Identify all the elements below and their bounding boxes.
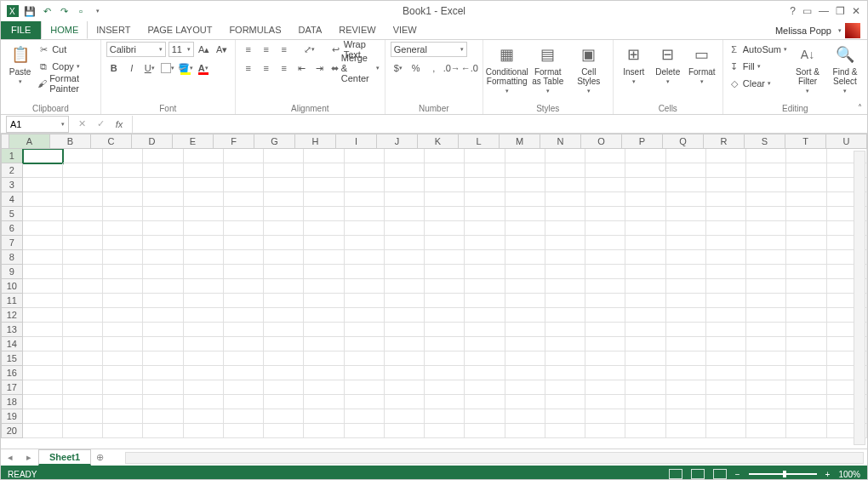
cell[interactable] (304, 192, 344, 207)
cell[interactable] (143, 323, 183, 337)
column-header[interactable]: T (785, 134, 826, 149)
cell[interactable] (585, 178, 625, 192)
insert-cells-button[interactable]: ⊞Insert▾ (619, 42, 649, 85)
cell[interactable] (63, 163, 103, 178)
cell[interactable] (746, 424, 786, 438)
cell[interactable] (23, 221, 63, 236)
cell[interactable] (385, 265, 425, 279)
cell[interactable] (625, 149, 665, 163)
cell[interactable] (345, 250, 385, 265)
cell[interactable] (184, 308, 224, 323)
cell[interactable] (625, 250, 665, 265)
cell[interactable] (585, 395, 625, 409)
cell[interactable] (746, 380, 786, 395)
cell[interactable] (545, 294, 585, 308)
cell[interactable] (184, 323, 224, 337)
cell[interactable] (345, 236, 385, 250)
cell[interactable] (224, 337, 264, 351)
cell[interactable] (385, 366, 425, 380)
cell[interactable] (625, 265, 665, 279)
cell[interactable] (345, 351, 385, 366)
cell[interactable] (465, 207, 505, 221)
row-header[interactable]: 1 (1, 149, 23, 163)
cell[interactable] (345, 294, 385, 308)
cell[interactable] (746, 395, 786, 409)
cell[interactable] (264, 337, 304, 351)
fill-color-button[interactable]: 🪣▾ (178, 60, 193, 76)
cell[interactable] (545, 308, 585, 323)
bold-button[interactable]: B (106, 60, 122, 76)
cell[interactable] (143, 351, 183, 366)
cell[interactable] (103, 163, 143, 178)
cell[interactable] (746, 366, 786, 380)
cell[interactable] (224, 265, 264, 279)
cell[interactable] (63, 380, 103, 395)
cell[interactable] (304, 323, 344, 337)
cell[interactable] (264, 308, 304, 323)
cell[interactable] (505, 395, 545, 409)
tab-review[interactable]: REVIEW (330, 20, 384, 39)
cell[interactable] (505, 221, 545, 236)
cell[interactable] (746, 323, 786, 337)
column-header[interactable]: G (254, 134, 295, 149)
cell[interactable] (666, 323, 706, 337)
cell[interactable] (143, 337, 183, 351)
cell[interactable] (746, 294, 786, 308)
cell[interactable] (224, 192, 264, 207)
cell[interactable] (304, 308, 344, 323)
cell[interactable] (345, 221, 385, 236)
cell[interactable] (746, 308, 786, 323)
cell[interactable] (23, 149, 63, 163)
cell[interactable] (23, 294, 63, 308)
cell[interactable] (786, 424, 826, 438)
cell[interactable] (706, 380, 746, 395)
cell[interactable] (385, 337, 425, 351)
cell[interactable] (505, 409, 545, 424)
cell[interactable] (264, 294, 304, 308)
cell[interactable] (786, 395, 826, 409)
cell[interactable] (425, 236, 465, 250)
increase-indent-icon[interactable]: ⇥ (312, 60, 328, 76)
cell[interactable] (304, 424, 344, 438)
sheet-nav-prev-icon[interactable]: ◂ (1, 452, 20, 463)
cell[interactable] (385, 294, 425, 308)
cell[interactable] (666, 294, 706, 308)
cell[interactable] (264, 192, 304, 207)
cell[interactable] (505, 279, 545, 294)
column-header[interactable]: C (91, 134, 132, 149)
cell[interactable] (585, 366, 625, 380)
cell[interactable] (425, 380, 465, 395)
cell[interactable] (345, 424, 385, 438)
row-header[interactable]: 7 (1, 236, 23, 250)
cell[interactable] (666, 250, 706, 265)
cell[interactable] (746, 351, 786, 366)
cell[interactable] (304, 250, 344, 265)
cell[interactable] (23, 178, 63, 192)
cell[interactable] (184, 380, 224, 395)
cell[interactable] (63, 250, 103, 265)
column-header[interactable]: B (50, 134, 91, 149)
cell[interactable] (184, 178, 224, 192)
cell[interactable] (345, 207, 385, 221)
row-header[interactable]: 16 (1, 366, 23, 380)
cell[interactable] (103, 178, 143, 192)
cell[interactable] (746, 163, 786, 178)
cell[interactable] (103, 409, 143, 424)
row-header[interactable]: 9 (1, 265, 23, 279)
cell[interactable] (184, 424, 224, 438)
cell[interactable] (103, 221, 143, 236)
align-center-icon[interactable]: ≡ (259, 60, 274, 76)
cell[interactable] (706, 163, 746, 178)
format-as-table-button[interactable]: ▤Format as Table▾ (529, 42, 567, 94)
align-bottom-icon[interactable]: ≡ (277, 42, 292, 57)
cell[interactable] (103, 250, 143, 265)
cell[interactable] (264, 236, 304, 250)
cell[interactable] (103, 236, 143, 250)
autosum-button[interactable]: ΣAutoSum▾ (728, 42, 787, 57)
copy-button[interactable]: ⧉Copy▾ (37, 59, 95, 74)
cell[interactable] (786, 207, 826, 221)
cell[interactable] (224, 366, 264, 380)
cell[interactable] (264, 221, 304, 236)
close-icon[interactable]: ✕ (852, 5, 860, 17)
cell[interactable] (345, 149, 385, 163)
